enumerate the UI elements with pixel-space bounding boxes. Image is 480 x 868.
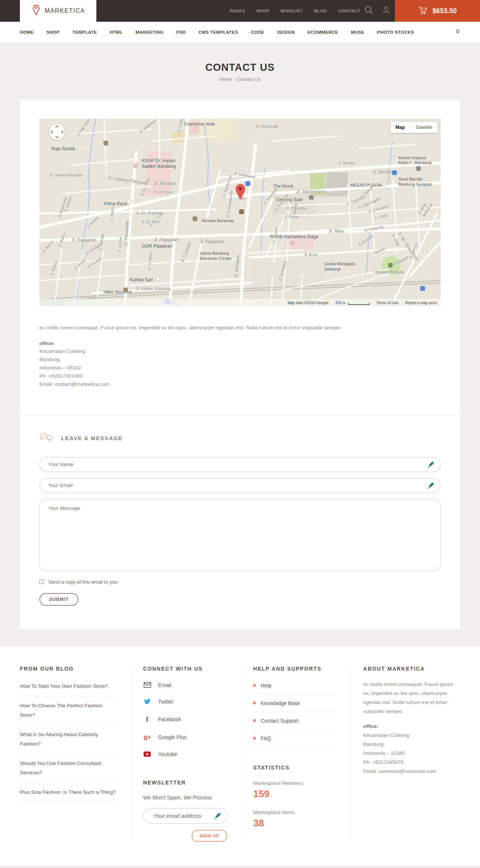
search-button[interactable]: [360, 0, 378, 22]
connect-link-youtube[interactable]: Youtube: [143, 746, 228, 762]
map-label: Jl. Surapati: [372, 169, 395, 175]
map-data-credit: Map data ©2015 Google: [288, 301, 328, 305]
satellite-view-button[interactable]: Satellite: [410, 122, 438, 133]
send-copy-row: Send a copy of this email to you: [39, 579, 441, 585]
email-field-wrap: [39, 478, 441, 493]
map-pan-control[interactable]: [49, 124, 65, 140]
blog-post-list: How To Start Your Own Fashion Store?How …: [20, 677, 117, 802]
map-label: Jl. Hasanudin: [256, 124, 279, 129]
hospital-map-marker: H: [290, 240, 295, 245]
about-heading: ABOUT MARKETICA: [363, 666, 460, 672]
statistics-list: Marketplace Members159Marketplace Items3…: [253, 780, 338, 829]
office-address-block: office: Kecamatan CoblongBandung.Indones…: [39, 339, 441, 388]
help-link-row[interactable]: Contact Support: [253, 712, 338, 730]
restaurant-map-marker: [78, 145, 83, 150]
facebook-icon: f: [143, 715, 152, 723]
google-map[interactable]: Champelas WalkJl. HasanudinJl. Cihampela…: [39, 119, 441, 306]
terms-of-use-link[interactable]: Terms of Use: [376, 301, 399, 305]
help-link[interactable]: FAQ: [261, 735, 271, 741]
map-label: Novotel Bandung: [202, 218, 233, 224]
poi-brown-map-marker: [239, 209, 244, 214]
help-link-row[interactable]: Knowladge Base: [253, 695, 338, 712]
top-nav-link[interactable]: CONTACT: [338, 9, 360, 13]
map-view-button[interactable]: Map: [390, 122, 410, 133]
footer-about-column: ABOUT MARKETICA ec mollis lorem consequa…: [350, 666, 460, 842]
bottom-bar: COPYRIGHT © 2015 TOKOPRESS PRIVACY POLIC…: [0, 866, 480, 868]
brand-logo[interactable]: MARKETICA: [20, 0, 96, 22]
signup-button[interactable]: SIGN UP: [192, 830, 227, 842]
catnav-item[interactable]: HOME: [20, 30, 34, 34]
catnav-item[interactable]: MUSE: [351, 30, 364, 34]
map-label: Bank Mandiri Bandung Surapati: [399, 177, 432, 187]
catnav-item[interactable]: MARKETING: [135, 30, 164, 34]
help-heading: HELP AND SUPPORTS: [253, 666, 338, 672]
breadcrumb-home-link[interactable]: Home: [219, 77, 232, 82]
blog-post-link[interactable]: Plus Size Fashion: Is There Such a Thing…: [20, 789, 116, 795]
pen-icon: [427, 482, 435, 491]
email-input[interactable]: [39, 478, 441, 493]
map-type-control: Map Satellite: [390, 122, 438, 133]
catnav-item[interactable]: DESIGN: [277, 30, 295, 34]
page-body: CONTACT US Home›Contact Us: [0, 43, 480, 646]
report-map-error-link[interactable]: Report a map error: [405, 301, 437, 305]
catnav-item[interactable]: HTML: [110, 30, 123, 34]
blog-post-item: Plus Size Fashion: Is There Such a Thing…: [20, 783, 117, 802]
send-copy-checkbox[interactable]: [39, 580, 44, 584]
connect-link-google-plus[interactable]: g+Google Plus: [143, 729, 228, 746]
about-office-block: office: Kecamatan CoblongBandung.Indones…: [363, 722, 460, 776]
restaurant-map-marker: [126, 199, 131, 204]
connect-link-label: Twitter: [158, 699, 174, 705]
catnav-item[interactable]: TEMPLATE: [72, 30, 97, 34]
help-link[interactable]: Knowladge Base: [261, 700, 300, 706]
map-label: RSUP Dr. Hasan Sadikin Bandung: [142, 158, 176, 169]
catnav-item[interactable]: SHOP: [46, 30, 60, 34]
name-field-wrap: [39, 457, 441, 472]
newsletter-note: We Won't Spam, We Promise: [143, 795, 228, 801]
blog-post-link[interactable]: Should You Use Fashion Consultant Servic…: [20, 760, 101, 775]
top-nav-link[interactable]: SHOP: [256, 9, 269, 13]
address-line: Bandung.: [363, 740, 460, 749]
top-nav-link[interactable]: WISHLIST: [281, 9, 303, 13]
catnav-item[interactable]: CODE: [251, 30, 264, 34]
square-bullet-icon: [253, 737, 256, 740]
connect-link-email[interactable]: Email: [143, 677, 228, 693]
catnav-item[interactable]: PSD: [176, 30, 186, 34]
connect-link-twitter[interactable]: Twitter: [143, 693, 228, 710]
map-label: Jl. Aceh: [304, 253, 317, 258]
blog-post-item: How To Start Your Own Fashion Store?: [20, 677, 117, 696]
help-link-row[interactable]: FAQ: [253, 730, 338, 747]
connect-link-label: Email: [158, 682, 171, 688]
top-nav-link[interactable]: PAGES: [230, 9, 245, 13]
catnav-item[interactable]: PHOTO STOCKS: [377, 30, 414, 34]
map-label: Kartika Sari: [130, 277, 153, 283]
blog-post-item: How To Choose The Perfect Fashion Store?: [20, 696, 117, 725]
help-link[interactable]: Help: [261, 683, 272, 689]
poi-blue-map-marker: [420, 286, 425, 291]
catnav-item[interactable]: CMS TEMPLATES: [199, 30, 238, 34]
message-textarea[interactable]: [39, 499, 441, 571]
map-label: Jl. Pajajaran: [72, 238, 96, 243]
catnav-item[interactable]: ECOMMERCE: [308, 30, 338, 34]
location-pin-icon[interactable]: [235, 184, 246, 201]
map-label: Taman Pramuka: [374, 270, 404, 275]
help-link-row[interactable]: Help: [253, 677, 338, 695]
submit-button[interactable]: SUBMIT: [39, 593, 78, 606]
stat-label: Marketplace Items: [253, 810, 338, 815]
blog-post-link[interactable]: How To Choose The Perfect Fashion Store?: [20, 703, 102, 718]
cart-button[interactable]: $653.50: [395, 0, 480, 22]
blog-post-link[interactable]: What is So Alluring About Celebrity Fash…: [20, 732, 98, 747]
top-nav-link[interactable]: BLOG: [314, 9, 327, 13]
account-button[interactable]: [378, 0, 395, 22]
connect-link-facebook[interactable]: fFacebook: [143, 710, 228, 729]
map-label: Jl. Dr. Curie: [154, 190, 173, 195]
help-link[interactable]: Contact Support: [261, 718, 298, 724]
name-input[interactable]: [39, 457, 441, 472]
blog-post-link[interactable]: How To Start Your Own Fashion Store?: [20, 683, 108, 689]
landmark-map-marker: [309, 195, 314, 200]
chat-bubbles-icon: [39, 432, 53, 444]
more-categories-button[interactable]: [455, 29, 460, 36]
cart-icon: [418, 6, 428, 16]
map-label: Jl. Layang Pasupati: [50, 173, 82, 178]
office-label: office:: [39, 339, 441, 348]
stat-label: Marketplace Members: [253, 780, 338, 786]
